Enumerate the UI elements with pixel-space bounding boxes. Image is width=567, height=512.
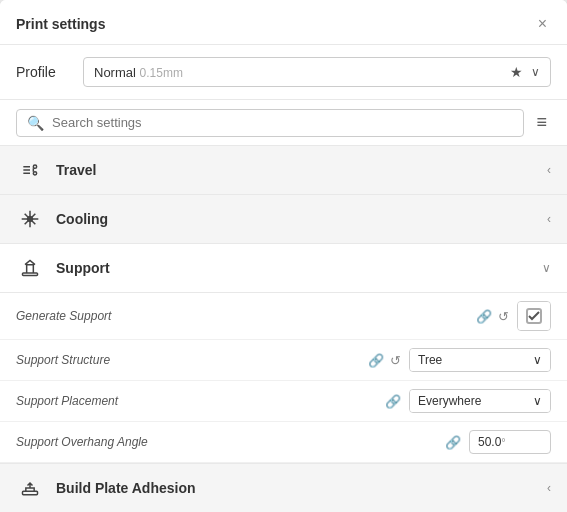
search-icon: 🔍 <box>27 115 44 131</box>
support-placement-value: Everywhere <box>418 394 481 408</box>
search-input[interactable] <box>52 115 513 130</box>
generate-support-label: Generate Support <box>16 309 468 323</box>
hamburger-button[interactable]: ≡ <box>532 108 551 137</box>
section-header-support[interactable]: Support ∨ <box>0 244 567 293</box>
profile-dropdown[interactable]: Normal 0.15mm ★ ∨ <box>83 57 551 87</box>
support-chevron: ∨ <box>542 261 551 275</box>
build-plate-title: Build Plate Adhesion <box>56 480 535 496</box>
close-button[interactable]: × <box>534 14 551 34</box>
support-placement-icons: 🔗 <box>385 394 401 409</box>
svg-point-0 <box>33 165 36 168</box>
section-header-travel[interactable]: Travel ‹ <box>0 146 567 195</box>
generate-support-icons: 🔗 ↺ <box>476 309 509 324</box>
support-placement-link-icon[interactable]: 🔗 <box>385 394 401 409</box>
support-placement-row: Support Placement 🔗 Everywhere ∨ <box>0 381 567 422</box>
cooling-title: Cooling <box>56 211 535 227</box>
travel-chevron: ‹ <box>547 163 551 177</box>
window-title: Print settings <box>16 16 105 32</box>
build-plate-icon <box>16 474 44 502</box>
support-structure-reset-icon[interactable]: ↺ <box>390 353 401 368</box>
travel-title: Travel <box>56 162 535 178</box>
profile-value: Normal 0.15mm <box>94 65 183 80</box>
generate-support-checkbox[interactable] <box>518 302 550 330</box>
support-overhang-icons: 🔗 <box>445 435 461 450</box>
support-structure-label: Support Structure <box>16 353 360 367</box>
support-icon <box>16 254 44 282</box>
settings-list: Travel ‹ Cooling ‹ <box>0 146 567 512</box>
support-overhang-link-icon[interactable]: 🔗 <box>445 435 461 450</box>
title-bar: Print settings × <box>0 0 567 45</box>
cooling-icon <box>16 205 44 233</box>
travel-icon <box>16 156 44 184</box>
profile-label: Profile <box>16 64 71 80</box>
section-header-build-plate[interactable]: Build Plate Adhesion ‹ <box>0 464 567 512</box>
profile-dropdown-icons: ★ ∨ <box>510 64 540 80</box>
support-structure-row: Support Structure 🔗 ↺ Tree ∨ <box>0 340 567 381</box>
support-placement-control[interactable]: Everywhere ∨ <box>409 389 551 413</box>
profile-row: Profile Normal 0.15mm ★ ∨ <box>0 45 567 100</box>
section-header-cooling[interactable]: Cooling ‹ <box>0 195 567 244</box>
search-row: 🔍 ≡ <box>0 100 567 146</box>
support-structure-link-icon[interactable]: 🔗 <box>368 353 384 368</box>
support-structure-select[interactable]: Tree ∨ <box>410 349 550 371</box>
support-overhang-control[interactable]: 50.0° <box>469 430 551 454</box>
support-placement-select[interactable]: Everywhere ∨ <box>410 390 550 412</box>
svg-point-1 <box>33 172 36 175</box>
generate-support-row: Generate Support 🔗 ↺ <box>0 293 567 340</box>
support-structure-icons: 🔗 ↺ <box>368 353 401 368</box>
support-title: Support <box>56 260 530 276</box>
generate-support-reset-icon[interactable]: ↺ <box>498 309 509 324</box>
support-placement-chevron: ∨ <box>533 394 542 408</box>
svg-rect-3 <box>23 273 38 276</box>
degree-symbol: ° <box>501 436 509 448</box>
cooling-chevron: ‹ <box>547 212 551 226</box>
print-settings-window: Print settings × Profile Normal 0.15mm ★… <box>0 0 567 512</box>
support-placement-label: Support Placement <box>16 394 377 408</box>
search-container: 🔍 <box>16 109 524 137</box>
profile-chevron-icon: ∨ <box>531 65 540 79</box>
generate-support-control[interactable] <box>517 301 551 331</box>
generate-support-link-icon[interactable]: 🔗 <box>476 309 492 324</box>
support-overhang-row: Support Overhang Angle 🔗 50.0° <box>0 422 567 463</box>
star-icon[interactable]: ★ <box>510 64 523 80</box>
support-structure-control[interactable]: Tree ∨ <box>409 348 551 372</box>
support-overhang-label: Support Overhang Angle <box>16 435 437 449</box>
build-plate-chevron: ‹ <box>547 481 551 495</box>
support-structure-value: Tree <box>418 353 442 367</box>
support-overhang-value: 50.0° <box>470 431 550 453</box>
support-structure-chevron: ∨ <box>533 353 542 367</box>
support-section: Support ∨ Generate Support 🔗 ↺ <box>0 244 567 464</box>
svg-rect-5 <box>23 491 38 494</box>
